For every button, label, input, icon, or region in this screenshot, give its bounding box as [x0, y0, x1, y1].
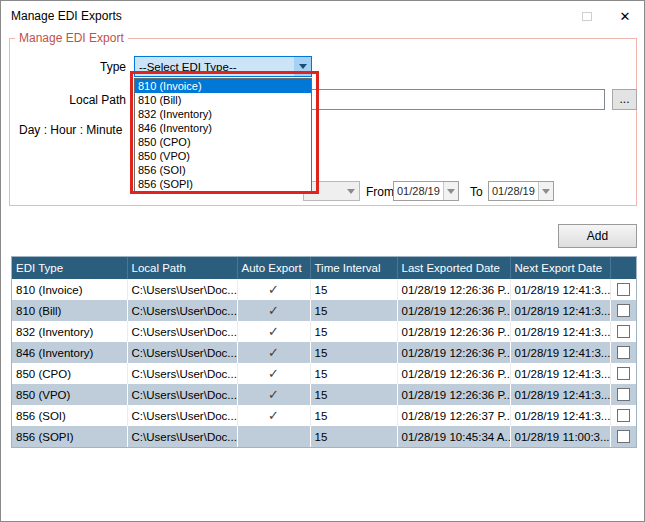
auto-export-cell: ✓ — [237, 363, 310, 384]
row-select-cell — [610, 300, 636, 321]
maximize-button[interactable] — [568, 1, 606, 31]
column-header[interactable]: Next Export Date — [510, 257, 610, 279]
edi-type-dropdown-list: 810 (Invoice)810 (Bill)832 (Inventory)84… — [134, 78, 312, 192]
time-interval-cell: 15 — [310, 300, 397, 321]
from-date-value: 01/28/19 — [394, 185, 443, 197]
dropdown-item[interactable]: 856 (SOI) — [135, 163, 311, 177]
table-row[interactable]: 810 (Invoice)C:\Users\User\Doc...✓1501/2… — [12, 279, 636, 300]
column-header[interactable]: EDI Type — [12, 257, 127, 279]
time-interval-cell: 15 — [310, 321, 397, 342]
dropdown-item[interactable]: 810 (Invoice) — [135, 79, 311, 93]
dropdown-item[interactable]: 856 (SOPI) — [135, 177, 311, 191]
row-checkbox[interactable] — [617, 283, 630, 296]
dropdown-item[interactable]: 832 (Inventory) — [135, 107, 311, 121]
edi-table-header-row: EDI TypeLocal PathAuto ExportTime Interv… — [12, 257, 636, 279]
column-header[interactable]: Local Path — [127, 257, 237, 279]
edi-type-combobox[interactable]: --Select EDI Type-- — [134, 56, 312, 77]
table-row[interactable]: 810 (Bill)C:\Users\User\Doc...✓1501/28/1… — [12, 300, 636, 321]
row-checkbox[interactable] — [617, 409, 630, 422]
last-exported-date-cell: 01/28/19 12:26:36 P... — [397, 300, 510, 321]
close-button[interactable]: ✕ — [606, 1, 644, 31]
time-interval-cell: 15 — [310, 426, 397, 447]
dropdown-item[interactable]: 850 (VPO) — [135, 149, 311, 163]
last-exported-date-cell: 01/28/19 12:26:36 P... — [397, 321, 510, 342]
local-path-cell: C:\Users\User\Doc... — [127, 279, 237, 300]
maximize-icon — [582, 12, 592, 21]
table-row[interactable]: 846 (Inventory)C:\Users\User\Doc...✓1501… — [12, 342, 636, 363]
table-row[interactable]: 850 (VPO)C:\Users\User\Doc...✓1501/28/19… — [12, 384, 636, 405]
edi-type-cell: 832 (Inventory) — [12, 321, 127, 342]
edi-table-body: 810 (Invoice)C:\Users\User\Doc...✓1501/2… — [12, 279, 636, 447]
table-row[interactable]: 832 (Inventory)C:\Users\User\Doc...✓1501… — [12, 321, 636, 342]
title-bar[interactable]: Manage EDI Exports ✕ — [1, 1, 644, 31]
row-select-cell — [610, 426, 636, 447]
edi-type-cell: 850 (CPO) — [12, 363, 127, 384]
last-exported-date-cell: 01/28/19 12:26:36 P... — [397, 342, 510, 363]
row-select-cell — [610, 384, 636, 405]
row-select-cell — [610, 405, 636, 426]
combobox-dropdown-button[interactable] — [294, 57, 311, 76]
chevron-down-icon — [542, 189, 550, 194]
row-select-cell — [610, 321, 636, 342]
local-path-cell: C:\Users\User\Doc... — [127, 363, 237, 384]
column-header[interactable]: Time Interval — [310, 257, 397, 279]
next-export-date-cell: 01/28/19 11:00:3... — [510, 426, 610, 447]
next-export-date-cell: 01/28/19 12:41:3... — [510, 384, 610, 405]
table-row[interactable]: 850 (CPO)C:\Users\User\Doc...✓1501/28/19… — [12, 363, 636, 384]
next-export-date-cell: 01/28/19 12:41:3... — [510, 342, 610, 363]
dropdown-item[interactable]: 810 (Bill) — [135, 93, 311, 107]
edi-exports-table: EDI TypeLocal PathAuto ExportTime Interv… — [11, 256, 637, 448]
time-interval-cell: 15 — [310, 384, 397, 405]
dropdown-item[interactable]: 846 (Inventory) — [135, 121, 311, 135]
next-export-date-cell: 01/28/19 12:41:3... — [510, 405, 610, 426]
local-path-cell: C:\Users\User\Doc... — [127, 300, 237, 321]
column-header[interactable]: Last Exported Date — [397, 257, 510, 279]
auto-export-cell: ✓ — [237, 279, 310, 300]
last-exported-date-cell: 01/28/19 12:26:36 P... — [397, 363, 510, 384]
row-checkbox[interactable] — [617, 346, 630, 359]
chevron-down-icon — [447, 189, 455, 194]
edi-type-cell: 850 (VPO) — [12, 384, 127, 405]
row-checkbox[interactable] — [617, 304, 630, 317]
local-path-cell: C:\Users\User\Doc... — [127, 321, 237, 342]
auto-export-cell: ✓ — [237, 321, 310, 342]
column-header[interactable] — [610, 257, 636, 279]
manage-edi-exports-dialog: Manage EDI Exports ✕ Manage EDI Export T… — [0, 0, 645, 522]
schedule-label: Day : Hour : Minute — [19, 123, 122, 137]
last-exported-date-cell: 01/28/19 10:45:34 A... — [397, 426, 510, 447]
date-dropdown-button[interactable] — [443, 182, 458, 200]
last-exported-date-cell: 01/28/19 12:26:36 P... — [397, 279, 510, 300]
window-title: Manage EDI Exports — [1, 9, 122, 23]
row-checkbox[interactable] — [617, 430, 630, 443]
auto-export-cell: ✓ — [237, 384, 310, 405]
table-row[interactable]: 856 (SOPI)C:\Users\User\Doc...1501/28/19… — [12, 426, 636, 447]
last-exported-date-cell: 01/28/19 12:26:36 P... — [397, 384, 510, 405]
row-checkbox[interactable] — [617, 388, 630, 401]
time-interval-cell: 15 — [310, 405, 397, 426]
chevron-down-icon — [299, 64, 307, 69]
to-label: To — [470, 185, 483, 199]
date-dropdown-button[interactable] — [538, 182, 553, 200]
last-exported-date-cell: 01/28/19 12:26:37 P... — [397, 405, 510, 426]
row-checkbox[interactable] — [617, 367, 630, 380]
auto-export-cell: ✓ — [237, 405, 310, 426]
browse-button[interactable]: ... — [612, 89, 637, 110]
to-date-picker[interactable]: 01/28/19 — [488, 181, 554, 201]
auto-export-cell: ✓ — [237, 342, 310, 363]
row-checkbox[interactable] — [617, 325, 630, 338]
from-date-picker[interactable]: 01/28/19 — [393, 181, 459, 201]
window-buttons: ✕ — [568, 1, 644, 31]
table-row[interactable]: 856 (SOI)C:\Users\User\Doc...✓1501/28/19… — [12, 405, 636, 426]
edi-type-cell: 856 (SOPI) — [12, 426, 127, 447]
column-header[interactable]: Auto Export — [237, 257, 310, 279]
chevron-down-icon — [347, 189, 355, 194]
local-path-cell: C:\Users\User\Doc... — [127, 342, 237, 363]
edi-type-combobox-value: --Select EDI Type-- — [135, 61, 294, 73]
edi-type-cell: 846 (Inventory) — [12, 342, 127, 363]
edi-type-cell: 810 (Bill) — [12, 300, 127, 321]
add-button[interactable]: Add — [558, 224, 637, 248]
from-label: From — [366, 185, 394, 199]
dropdown-item[interactable]: 850 (CPO) — [135, 135, 311, 149]
groupbox-title: Manage EDI Export — [15, 31, 128, 45]
auto-export-cell: ✓ — [237, 300, 310, 321]
